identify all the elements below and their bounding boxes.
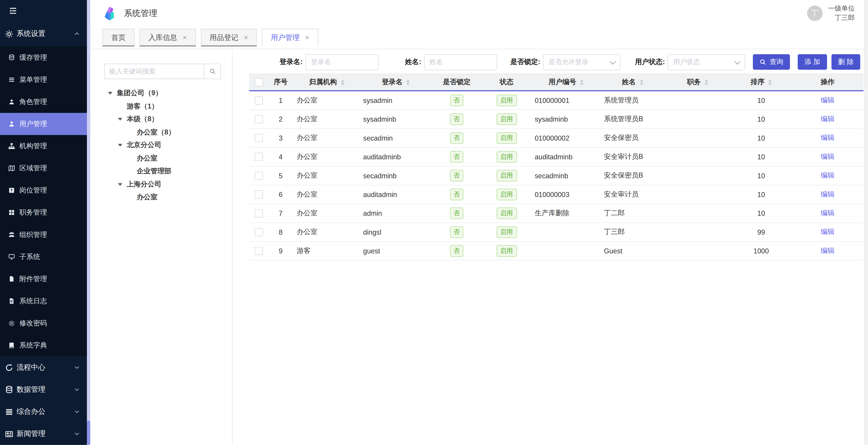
status-filter-select[interactable]: 用户状态 [668, 54, 745, 70]
column-header-排序[interactable]: 排序 [731, 74, 792, 91]
sort-icon[interactable] [406, 78, 410, 87]
sort-icon[interactable] [580, 78, 584, 87]
page-scrollbar[interactable] [865, 0, 868, 445]
delete-button[interactable]: 删 除 [831, 54, 860, 70]
edit-link[interactable]: 编辑 [820, 171, 834, 179]
row-checkbox[interactable] [254, 190, 263, 199]
row-checkbox[interactable] [254, 228, 263, 236]
collapse-sidebar-icon[interactable] [9, 6, 17, 15]
cell-code: 010000002 [531, 129, 601, 147]
tree-node-本级（8）[interactable]: 本级（8） [104, 113, 232, 126]
column-header-label: 序号 [274, 77, 288, 87]
column-header-用户编号[interactable]: 用户编号 [531, 74, 601, 91]
column-header-职务[interactable]: 职务 [664, 74, 731, 91]
close-tab-icon[interactable]: × [305, 34, 310, 41]
status-filter-placeholder: 用户状态 [673, 57, 700, 67]
tree-expand-icon[interactable] [118, 116, 127, 123]
sidebar-group-新闻管理[interactable]: 新闻管理 [0, 423, 87, 445]
app-logo-icon [102, 6, 117, 21]
tab-用户管理[interactable]: 用户管理× [262, 29, 318, 46]
sidebar-item-菜单管理[interactable]: 菜单管理 [0, 69, 87, 91]
sort-icon[interactable] [341, 78, 344, 87]
chevron-down-icon [73, 364, 80, 371]
sidebar-item-角色管理[interactable]: 角色管理 [0, 91, 87, 113]
close-tab-icon[interactable]: × [244, 34, 248, 41]
sidebar-item-系统日志[interactable]: 系统日志 [0, 290, 87, 312]
sidebar-item-职务管理[interactable]: 职务管理 [0, 201, 87, 224]
status-badge: 启用 [496, 114, 517, 125]
tree-node-办公室[interactable]: 办公室 [104, 152, 232, 165]
name-filter-input[interactable] [424, 54, 497, 70]
tree-node-上海分公司[interactable]: 上海分公司 [104, 178, 232, 191]
sidebar-item-缓存管理[interactable]: 缓存管理 [0, 46, 87, 69]
row-checkbox[interactable] [254, 247, 263, 255]
sidebar-item-机构管理[interactable]: 机构管理 [0, 135, 87, 157]
sort-icon[interactable] [640, 78, 643, 87]
badge-icon [8, 187, 15, 194]
add-button[interactable]: 添 加 [798, 54, 827, 70]
edit-link[interactable]: 编辑 [820, 190, 834, 198]
tree-expand-icon[interactable] [118, 142, 127, 149]
tree-search-input[interactable] [104, 64, 204, 78]
sidebar-item-组织管理[interactable]: 组织管理 [0, 224, 87, 246]
sidebar-group-综合办公[interactable]: 综合办公 [0, 401, 87, 423]
tab-首页[interactable]: 首页 [102, 29, 134, 46]
newspaper-icon [5, 430, 13, 438]
avatar[interactable]: 丁 [807, 6, 823, 21]
tree-node-北京分公司[interactable]: 北京分公司 [104, 139, 232, 152]
sidebar-item-子系统[interactable]: 子系统 [0, 246, 87, 268]
tree-node-游客（1）[interactable]: 游客（1） [104, 100, 232, 113]
sidebar-item-区域管理[interactable]: 区域管理 [0, 157, 87, 179]
cell-status: 启用 [482, 223, 531, 242]
sidebar-item-修改密码[interactable]: ®修改密码 [0, 312, 87, 334]
sort-icon[interactable] [705, 78, 708, 87]
sidebar-item-岗位管理[interactable]: 岗位管理 [0, 179, 87, 201]
sidebar-item-系统字典[interactable]: 系统字典 [0, 334, 87, 356]
row-checkbox[interactable] [254, 209, 263, 218]
column-header-content: 用户编号 [549, 77, 583, 87]
sort-icon[interactable] [769, 78, 772, 87]
tree-node-集团公司（9）[interactable]: 集团公司（9） [104, 87, 232, 100]
row-checkbox[interactable] [254, 153, 263, 161]
sidebar-group-数据管理[interactable]: 数据管理 [0, 378, 87, 401]
sidebar-item-label: 机构管理 [20, 141, 47, 151]
login-filter-input[interactable] [305, 54, 379, 70]
edit-link[interactable]: 编辑 [820, 247, 834, 255]
search-button[interactable]: 查询 [753, 54, 790, 70]
sidebar-scrollbar-thumb[interactable] [87, 421, 90, 445]
sidebar-group-系统设置[interactable]: 系统设置 [0, 21, 87, 46]
sidebar-item-用户管理[interactable]: 用户管理 [0, 113, 87, 135]
tree-expand-icon[interactable] [108, 90, 117, 97]
row-checkbox[interactable] [254, 134, 263, 142]
select-all-checkbox[interactable] [254, 78, 263, 87]
edit-link[interactable]: 编辑 [820, 209, 834, 217]
tab-label: 用品登记 [210, 32, 238, 42]
tree-node-办公室[interactable]: 办公室 [104, 191, 232, 204]
tree-search-button[interactable] [204, 64, 220, 78]
row-checkbox[interactable] [254, 115, 263, 123]
tab-入库信息[interactable]: 入库信息× [140, 29, 196, 46]
cell-action: 编辑 [792, 166, 864, 185]
column-header-归属机构[interactable]: 归属机构 [293, 74, 360, 91]
sidebar-item-附件管理[interactable]: 附件管理 [0, 268, 87, 290]
edit-link[interactable]: 编辑 [820, 96, 834, 104]
tab-用品登记[interactable]: 用品登记× [201, 29, 257, 46]
column-header-登录名[interactable]: 登录名 [360, 74, 432, 91]
edit-link[interactable]: 编辑 [820, 134, 834, 141]
tree-node-企业管理部[interactable]: 企业管理部 [104, 165, 232, 178]
sidebar-group-流程中心[interactable]: 流程中心 [0, 356, 87, 378]
org-name: 一级单位 [828, 4, 855, 13]
row-checkbox[interactable] [254, 171, 263, 180]
close-tab-icon[interactable]: × [183, 34, 187, 41]
table-row: 8办公室dingsl否启用丁三郎99编辑 [249, 223, 864, 242]
edit-link[interactable]: 编辑 [820, 228, 834, 235]
cell-index: 7 [268, 204, 293, 223]
edit-link[interactable]: 编辑 [820, 115, 834, 123]
row-checkbox[interactable] [254, 96, 263, 105]
edit-link[interactable]: 编辑 [820, 153, 834, 160]
column-header-姓名[interactable]: 姓名 [601, 74, 664, 91]
cell-duty [664, 166, 731, 185]
tree-node-办公室（8）[interactable]: 办公室（8） [104, 126, 232, 139]
lock-filter-select[interactable]: 是否允许登录 [543, 54, 621, 70]
tree-expand-icon[interactable] [118, 181, 127, 188]
